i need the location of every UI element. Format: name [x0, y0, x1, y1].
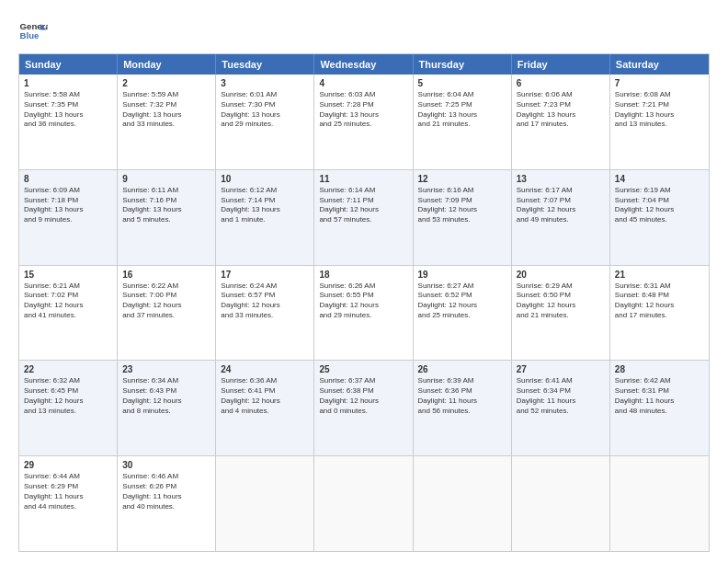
day-number: 20 — [517, 270, 605, 280]
day-cell-27: 27Sunrise: 6:41 AM Sunset: 6:34 PM Dayli… — [512, 361, 610, 455]
day-number: 28 — [615, 364, 704, 374]
day-number: 22 — [24, 364, 112, 374]
day-info: Sunrise: 6:01 AM Sunset: 7:30 PM Dayligh… — [221, 90, 309, 130]
day-info: Sunrise: 5:58 AM Sunset: 7:35 PM Dayligh… — [24, 90, 112, 130]
day-info: Sunrise: 6:03 AM Sunset: 7:28 PM Dayligh… — [319, 90, 407, 130]
day-number: 30 — [122, 460, 210, 470]
day-info: Sunrise: 6:27 AM Sunset: 6:52 PM Dayligh… — [418, 282, 506, 321]
day-info: Sunrise: 6:14 AM Sunset: 7:11 PM Dayligh… — [319, 186, 407, 225]
day-cell-14: 14Sunrise: 6:19 AM Sunset: 7:04 PM Dayli… — [610, 170, 709, 265]
day-info: Sunrise: 6:39 AM Sunset: 6:36 PM Dayligh… — [418, 376, 506, 416]
day-cell-30: 30Sunrise: 6:46 AM Sunset: 6:26 PM Dayli… — [118, 456, 216, 551]
day-info: Sunrise: 6:34 AM Sunset: 6:43 PM Dayligh… — [122, 376, 210, 416]
day-number: 16 — [122, 270, 210, 280]
day-number: 4 — [319, 78, 407, 88]
day-cell-11: 11Sunrise: 6:14 AM Sunset: 7:11 PM Dayli… — [314, 170, 413, 265]
day-info: Sunrise: 6:12 AM Sunset: 7:14 PM Dayligh… — [221, 186, 309, 225]
week-row-2: 8Sunrise: 6:09 AM Sunset: 7:18 PM Daylig… — [19, 170, 709, 266]
page: General Blue SundayMondayTuesdayWednesda… — [0, 0, 728, 563]
day-cell-24: 24Sunrise: 6:36 AM Sunset: 6:41 PM Dayli… — [216, 361, 314, 455]
day-cell-18: 18Sunrise: 6:26 AM Sunset: 6:55 PM Dayli… — [314, 266, 413, 361]
day-number: 14 — [615, 174, 704, 184]
day-info: Sunrise: 6:37 AM Sunset: 6:38 PM Dayligh… — [319, 376, 407, 416]
logo: General Blue — [18, 17, 48, 46]
svg-text:Blue: Blue — [20, 30, 40, 40]
day-cell-6: 6Sunrise: 6:06 AM Sunset: 7:23 PM Daylig… — [512, 75, 610, 169]
day-cell-23: 23Sunrise: 6:34 AM Sunset: 6:43 PM Dayli… — [118, 361, 216, 455]
day-info: Sunrise: 6:06 AM Sunset: 7:23 PM Dayligh… — [517, 90, 605, 130]
day-number: 17 — [221, 270, 309, 280]
day-info: Sunrise: 6:29 AM Sunset: 6:50 PM Dayligh… — [517, 282, 605, 321]
day-info: Sunrise: 6:44 AM Sunset: 6:29 PM Dayligh… — [24, 472, 112, 511]
day-info: Sunrise: 6:24 AM Sunset: 6:57 PM Dayligh… — [221, 282, 309, 321]
day-info: Sunrise: 6:09 AM Sunset: 7:18 PM Dayligh… — [24, 186, 112, 225]
day-info: Sunrise: 6:32 AM Sunset: 6:45 PM Dayligh… — [24, 376, 112, 416]
day-cell-20: 20Sunrise: 6:29 AM Sunset: 6:50 PM Dayli… — [512, 266, 610, 361]
logo-icon: General Blue — [18, 17, 48, 46]
day-number: 7 — [615, 78, 704, 88]
day-info: Sunrise: 6:11 AM Sunset: 7:16 PM Dayligh… — [122, 186, 210, 225]
day-cell-4: 4Sunrise: 6:03 AM Sunset: 7:28 PM Daylig… — [314, 75, 413, 169]
header-day-friday: Friday — [512, 54, 610, 75]
header-day-saturday: Saturday — [610, 54, 709, 75]
day-number: 24 — [221, 364, 309, 374]
day-number: 25 — [319, 364, 407, 374]
day-cell-10: 10Sunrise: 6:12 AM Sunset: 7:14 PM Dayli… — [216, 170, 314, 265]
day-cell-28: 28Sunrise: 6:42 AM Sunset: 6:31 PM Dayli… — [610, 361, 709, 455]
day-number: 26 — [418, 364, 506, 374]
week-row-5: 29Sunrise: 6:44 AM Sunset: 6:29 PM Dayli… — [19, 456, 709, 551]
header: General Blue — [18, 17, 710, 46]
day-cell-21: 21Sunrise: 6:31 AM Sunset: 6:48 PM Dayli… — [610, 266, 709, 361]
day-number: 18 — [319, 270, 407, 280]
day-number: 1 — [24, 78, 112, 88]
empty-cell — [414, 456, 512, 551]
day-info: Sunrise: 6:22 AM Sunset: 7:00 PM Dayligh… — [122, 282, 210, 321]
day-number: 21 — [615, 270, 704, 280]
week-row-4: 22Sunrise: 6:32 AM Sunset: 6:45 PM Dayli… — [19, 361, 709, 456]
day-cell-2: 2Sunrise: 5:59 AM Sunset: 7:32 PM Daylig… — [118, 75, 216, 169]
day-cell-8: 8Sunrise: 6:09 AM Sunset: 7:18 PM Daylig… — [19, 170, 118, 265]
day-cell-12: 12Sunrise: 6:16 AM Sunset: 7:09 PM Dayli… — [414, 170, 512, 265]
day-info: Sunrise: 6:16 AM Sunset: 7:09 PM Dayligh… — [418, 186, 506, 225]
day-cell-5: 5Sunrise: 6:04 AM Sunset: 7:25 PM Daylig… — [414, 75, 512, 169]
calendar-body: 1Sunrise: 5:58 AM Sunset: 7:35 PM Daylig… — [19, 75, 709, 551]
empty-cell — [314, 456, 413, 551]
day-cell-7: 7Sunrise: 6:08 AM Sunset: 7:21 PM Daylig… — [610, 75, 709, 169]
day-number: 29 — [24, 460, 112, 470]
calendar: SundayMondayTuesdayWednesdayThursdayFrid… — [18, 53, 710, 552]
day-info: Sunrise: 6:46 AM Sunset: 6:26 PM Dayligh… — [122, 472, 210, 511]
day-number: 5 — [418, 78, 506, 88]
day-info: Sunrise: 6:08 AM Sunset: 7:21 PM Dayligh… — [615, 90, 704, 130]
day-number: 12 — [418, 174, 506, 184]
day-info: Sunrise: 6:36 AM Sunset: 6:41 PM Dayligh… — [221, 376, 309, 416]
day-number: 6 — [517, 78, 605, 88]
day-info: Sunrise: 6:04 AM Sunset: 7:25 PM Dayligh… — [418, 90, 506, 130]
header-day-thursday: Thursday — [414, 54, 512, 75]
header-day-monday: Monday — [118, 54, 216, 75]
week-row-3: 15Sunrise: 6:21 AM Sunset: 7:02 PM Dayli… — [19, 266, 709, 362]
day-cell-22: 22Sunrise: 6:32 AM Sunset: 6:45 PM Dayli… — [19, 361, 118, 455]
day-number: 23 — [122, 364, 210, 374]
header-day-wednesday: Wednesday — [314, 54, 413, 75]
day-number: 8 — [24, 174, 112, 184]
day-cell-9: 9Sunrise: 6:11 AM Sunset: 7:16 PM Daylig… — [118, 170, 216, 265]
header-day-tuesday: Tuesday — [216, 54, 314, 75]
day-cell-16: 16Sunrise: 6:22 AM Sunset: 7:00 PM Dayli… — [118, 266, 216, 361]
empty-cell — [610, 456, 709, 551]
day-info: Sunrise: 5:59 AM Sunset: 7:32 PM Dayligh… — [122, 90, 210, 130]
day-cell-3: 3Sunrise: 6:01 AM Sunset: 7:30 PM Daylig… — [216, 75, 314, 169]
day-cell-19: 19Sunrise: 6:27 AM Sunset: 6:52 PM Dayli… — [414, 266, 512, 361]
day-info: Sunrise: 6:26 AM Sunset: 6:55 PM Dayligh… — [319, 282, 407, 321]
day-number: 15 — [24, 270, 112, 280]
day-info: Sunrise: 6:41 AM Sunset: 6:34 PM Dayligh… — [517, 376, 605, 416]
day-info: Sunrise: 6:31 AM Sunset: 6:48 PM Dayligh… — [615, 282, 704, 321]
calendar-header: SundayMondayTuesdayWednesdayThursdayFrid… — [19, 54, 709, 75]
day-number: 13 — [517, 174, 605, 184]
day-number: 11 — [319, 174, 407, 184]
day-info: Sunrise: 6:42 AM Sunset: 6:31 PM Dayligh… — [615, 376, 704, 416]
day-info: Sunrise: 6:17 AM Sunset: 7:07 PM Dayligh… — [517, 186, 605, 225]
header-day-sunday: Sunday — [19, 54, 118, 75]
day-number: 3 — [221, 78, 309, 88]
day-cell-25: 25Sunrise: 6:37 AM Sunset: 6:38 PM Dayli… — [314, 361, 413, 455]
day-info: Sunrise: 6:21 AM Sunset: 7:02 PM Dayligh… — [24, 282, 112, 321]
